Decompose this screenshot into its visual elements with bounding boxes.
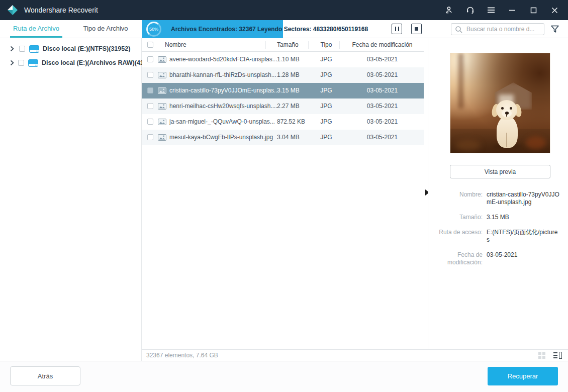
chevron-right-icon[interactable] [10,60,14,66]
table-row[interactable]: henri-meilhac-csHw20wsqfs-unsplash....2.… [142,99,424,114]
stop-scan-button[interactable] [411,24,422,34]
detail-value: cristian-castillo-73pyV0JJOmE-unsplash.j… [487,191,560,206]
tab-ruta-de-archivo[interactable]: Ruta de Archivo [11,20,61,38]
file-size: 872.52 KB [277,114,305,130]
file-name: bharathi-kannan-rfL-thiRzDs-unsplash... [169,67,276,83]
row-checkbox[interactable] [147,119,153,125]
detail-value: 03-05-2021 [487,251,560,266]
drive-checkbox[interactable] [18,60,24,66]
drive-icon [28,59,38,67]
scan-progress-value: 50% [149,27,158,32]
menu-icon[interactable] [487,6,496,15]
file-type: JPG [312,83,341,99]
chevron-right-icon[interactable] [10,46,15,52]
vista-previa-button[interactable]: Vista previa [450,165,550,178]
row-checkbox[interactable] [147,134,153,140]
detail-label: Nombre: [432,191,483,206]
image-file-icon [158,56,166,63]
file-date: 03-05-2021 [341,130,424,145]
file-type: JPG [312,99,341,114]
detail-field: Fecha de modificación:03-05-2021 [432,251,564,266]
app-title: Wondershare Recoverit [24,6,98,14]
drive-checkbox[interactable] [19,46,25,52]
grid-view-icon[interactable] [538,352,545,359]
detail-field: Ruta de acceso:E:(NTFS)/页面优化/pictures [432,229,564,244]
column-header-fecha[interactable]: Fecha de modificación [341,38,424,52]
status-bar: 32367 elementos, 7.64 GB [142,349,568,361]
filter-funnel-icon[interactable] [550,25,559,34]
preview-panel: Vista previa Nombre:cristian-castillo-73… [428,38,568,349]
image-file-icon [158,87,166,94]
row-checkbox[interactable] [147,103,153,109]
column-divider [339,41,340,49]
column-header-tipo[interactable]: Tipo [312,38,341,52]
detail-label: Fecha de modificación: [432,251,483,266]
back-button[interactable]: Atrás [10,366,80,385]
pause-icon [395,27,399,31]
footer-bar: Atrás Recuperar [0,361,568,392]
scan-progress-ring: 50% [146,22,161,37]
file-details: Nombre:cristian-castillo-73pyV0JJOmE-uns… [432,191,564,274]
list-view-icon[interactable] [553,352,562,359]
recoverit-logo-icon [6,4,19,17]
table-row[interactable]: ja-san-miguel-_-QQuvAwQ-0-unsplas...872.… [142,114,424,130]
detail-value: 3.15 MB [487,214,560,221]
select-all-checkbox[interactable] [147,42,153,48]
row-checkbox[interactable] [147,72,153,78]
table-row[interactable]: bharathi-kannan-rfL-thiRzDs-unsplash...1… [142,67,424,83]
detail-value: E:(NTFS)/页面优化/pictures [487,229,560,244]
reading-sectors-label: Leyendo Sectores: 4833280/650119168 [257,20,368,38]
tab-tipo-de-archivo[interactable]: Tipo de Archivo [75,20,136,38]
file-size: 1.10 MB [277,52,300,67]
file-table: Nombre Tamaño Tipo Fecha de modificación… [142,38,424,348]
file-size: 2.27 MB [277,99,300,114]
column-divider [265,41,266,49]
items-summary: 32367 elementos, 7.64 GB [146,350,218,361]
file-type: JPG [312,114,341,130]
recover-button[interactable]: Recuperar [488,367,558,385]
image-file-icon [158,134,166,141]
table-row[interactable]: averie-woodard-5d20kdvFCfA-unsplas...1.1… [142,52,424,67]
file-size: 3.04 MB [277,130,300,145]
detail-label: Ruta de acceso: [432,229,483,244]
table-row-selected[interactable]: cristian-castillo-73pyV0JJOmE-unsplas...… [142,83,424,99]
support-headset-icon[interactable] [465,6,475,15]
search-icon [455,26,463,34]
column-divider [308,41,309,49]
detail-label: Tamaño: [432,214,483,221]
stop-icon [415,27,418,31]
close-icon[interactable] [550,6,559,15]
row-checkbox[interactable] [147,87,153,93]
file-type: JPG [312,130,341,145]
column-header-tamano[interactable]: Tamaño [277,38,299,52]
file-name: averie-woodard-5d20kdvFCfA-unsplas... [169,52,277,67]
file-type: JPG [312,67,341,83]
table-row[interactable]: mesut-kaya-bCwgFb-lIPs-unsplash.jpg3.04 … [142,130,424,145]
drive-tree-sidebar: Disco local (E:)(NTFS)(31952)Disco local… [0,38,142,361]
file-name: henri-meilhac-csHw20wsqfs-unsplash.... [169,99,277,114]
drive-label: Disco local (E:)(NTFS)(31952) [43,45,130,52]
file-size: 1.28 MB [277,67,300,83]
file-name: ja-san-miguel-_-QQuvAwQ-0-unsplas... [169,114,275,130]
file-type: JPG [312,52,341,67]
recoverit-window: Wondershare Recoverit [0,0,568,392]
file-date: 03-05-2021 [341,99,424,114]
maximize-icon[interactable] [529,6,538,15]
search-input[interactable] [465,24,542,35]
account-icon[interactable] [444,6,453,15]
sidebar-drive-item[interactable]: Disco local (E:)(NTFS)(31952) [0,42,141,55]
search-box [451,23,544,35]
file-date: 03-05-2021 [341,83,424,99]
pause-scan-button[interactable] [392,24,402,34]
files-found-label: Archivos Encontrados: 32367 [171,20,256,38]
sidebar-drive-item[interactable]: Disco local (E:)(Archivos RAW)(415) [0,56,141,69]
file-date: 03-05-2021 [341,67,424,83]
image-file-icon [158,119,166,125]
detail-field: Nombre:cristian-castillo-73pyV0JJOmE-uns… [432,191,564,206]
minimize-icon[interactable] [508,6,517,15]
file-size: 3.15 MB [277,83,300,99]
row-checkbox[interactable] [147,56,153,62]
detail-field: Tamaño:3.15 MB [432,214,564,221]
column-header-nombre[interactable]: Nombre [165,38,186,52]
table-header: Nombre Tamaño Tipo Fecha de modificación [142,38,424,52]
